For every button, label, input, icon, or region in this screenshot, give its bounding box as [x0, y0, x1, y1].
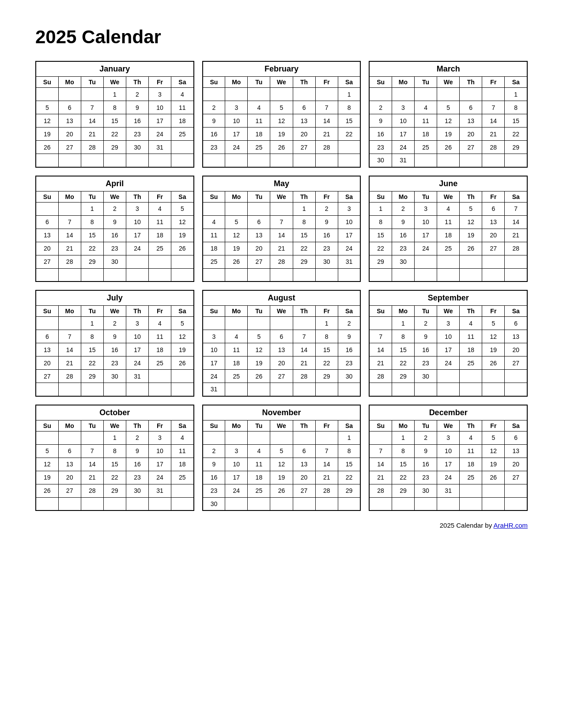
calendar-day: 9 — [103, 330, 126, 343]
calendar-day: 26 — [482, 471, 505, 484]
calendar-day: 28 — [315, 141, 338, 154]
calendar-day: 19 — [482, 343, 505, 356]
calendar-day: 23 — [369, 141, 392, 154]
calendar-day: 7 — [482, 101, 505, 114]
table-row — [36, 383, 194, 396]
month-name-june: June — [369, 176, 527, 191]
calendar-day: 30 — [415, 370, 437, 383]
calendar-day: 24 — [338, 242, 360, 255]
day-header: Mo — [392, 77, 414, 88]
calendar-day: 5 — [248, 330, 270, 343]
calendar-day: 23 — [392, 242, 414, 255]
calendar-day: 15 — [315, 343, 338, 356]
calendar-day: 13 — [293, 458, 315, 471]
calendar-day: 21 — [270, 242, 293, 255]
calendar-day: 15 — [338, 458, 360, 471]
calendar-day: 24 — [392, 141, 414, 154]
calendar-day: 17 — [437, 343, 460, 356]
day-header: Mo — [58, 420, 81, 431]
calendar-day: 18 — [171, 458, 194, 471]
calendar-day: 19 — [248, 356, 270, 370]
calendar-day — [482, 88, 505, 101]
calendar-day — [460, 484, 482, 497]
day-header: Mo — [58, 191, 81, 202]
calendar-day: 7 — [369, 330, 392, 343]
calendar-day: 28 — [505, 242, 527, 255]
calendar-day: 8 — [103, 444, 126, 458]
day-header: Mo — [58, 306, 81, 317]
calendar-day: 29 — [103, 141, 126, 154]
calendar-day: 29 — [81, 255, 103, 268]
calendar-day — [437, 154, 460, 167]
day-header: Th — [460, 77, 482, 88]
day-header: Sa — [338, 191, 360, 202]
calendar-day: 7 — [81, 101, 103, 114]
calendar-day — [315, 497, 338, 510]
calendar-day — [58, 154, 81, 167]
calendar-day: 30 — [126, 484, 148, 497]
day-header: Sa — [505, 77, 527, 88]
calendar-day: 30 — [415, 484, 437, 497]
calendar-day — [392, 383, 414, 396]
calendar-day: 1 — [103, 431, 126, 444]
calendar-day: 25 — [203, 255, 225, 268]
calendar-day: 26 — [171, 356, 194, 370]
table-row: 2345678 — [203, 444, 361, 458]
calendar-day — [293, 154, 315, 167]
calendar-day: 18 — [415, 128, 437, 141]
table-row — [36, 154, 194, 167]
calendar-day — [392, 88, 414, 101]
calendar-day: 16 — [338, 343, 360, 356]
calendar-day: 26 — [437, 141, 460, 154]
calendar-day — [103, 497, 126, 510]
calendar-day: 16 — [203, 471, 225, 484]
calendar-day: 24 — [437, 356, 460, 370]
calendar-day: 15 — [81, 343, 103, 356]
table-row: 31 — [203, 383, 361, 396]
calendar-day: 23 — [203, 484, 225, 497]
calendar-day: 12 — [36, 114, 58, 128]
calendar-day: 20 — [482, 229, 505, 242]
month-name-july: July — [36, 290, 194, 306]
calendar-day — [81, 383, 103, 396]
day-header: Fr — [148, 420, 171, 431]
footer-link[interactable]: AraHR.com — [493, 522, 528, 529]
calendar-day: 1 — [338, 88, 360, 101]
day-header: Mo — [225, 77, 248, 88]
table-row: 3456789 — [203, 330, 361, 343]
calendar-day — [36, 202, 58, 215]
calendar-day: 25 — [171, 128, 194, 141]
calendar-day: 19 — [36, 128, 58, 141]
day-header: Fr — [482, 306, 505, 317]
calendar-day: 25 — [171, 471, 194, 484]
calendar-day: 17 — [126, 343, 148, 356]
calendar-day — [505, 268, 527, 281]
table-row: 23242526272829 — [369, 141, 527, 154]
calendar-day: 7 — [505, 202, 527, 215]
day-header: Fr — [482, 420, 505, 431]
table-row: 12345 — [36, 202, 194, 215]
calendar-day: 21 — [58, 242, 81, 255]
calendar-day: 22 — [81, 242, 103, 255]
calendar-day: 12 — [437, 114, 460, 128]
calendar-day: 12 — [460, 215, 482, 229]
calendar-day — [36, 383, 58, 396]
calendar-day: 22 — [81, 356, 103, 370]
day-header: We — [103, 191, 126, 202]
day-header: Th — [126, 77, 148, 88]
calendar-day: 29 — [103, 484, 126, 497]
table-row: 19202122232425 — [36, 128, 194, 141]
calendar-day: 2 — [415, 317, 437, 330]
table-row — [36, 497, 194, 510]
calendar-day: 6 — [270, 330, 293, 343]
calendar-day — [148, 154, 171, 167]
day-header: Tu — [248, 191, 270, 202]
calendar-day — [369, 88, 392, 101]
calendar-day: 17 — [392, 128, 414, 141]
calendar-day: 20 — [293, 128, 315, 141]
calendar-day: 14 — [81, 458, 103, 471]
calendar-day: 17 — [415, 229, 437, 242]
calendar-day — [369, 497, 392, 510]
calendar-day — [103, 383, 126, 396]
calendar-day: 21 — [58, 356, 81, 370]
